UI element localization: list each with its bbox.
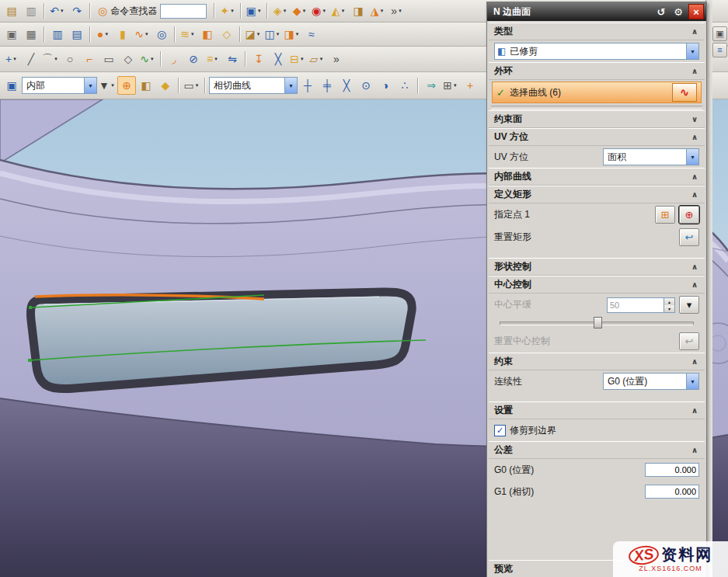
curve-collector-button[interactable]: ∿ [672,83,697,102]
rectangle-icon[interactable]: ▭ [99,50,118,68]
section-uv-orientation-header[interactable]: UV 方位 ∧ [489,128,705,146]
dropdown-arrow-icon[interactable]: ▼ [686,149,698,165]
dropdown-arrow-icon[interactable]: ▾ [190,31,196,37]
profile-icon[interactable]: ⌐ [80,50,99,68]
studio-spline-icon[interactable]: ∿▾ [138,50,157,68]
view-layout-icon[interactable]: ▦ [22,25,40,43]
uv-orientation-dropdown[interactable]: 面积 ▼ [603,148,699,165]
center-flat-input[interactable] [608,298,664,312]
dialog-reset-icon[interactable]: ↺ [654,5,668,19]
more-curves-icon[interactable]: » [327,50,346,68]
role-icon[interactable]: ▣▾ [245,2,263,20]
dropdown-arrow-icon[interactable]: ▾ [301,8,308,14]
arc-icon[interactable]: ⌒▾ [41,50,60,68]
maximize-view-icon[interactable]: ▣ [712,26,727,41]
undo-icon[interactable]: ↶▾ [48,2,67,20]
section-type-header[interactable]: 类型 ∧ [489,23,705,40]
intersection-snap-icon[interactable]: ╳ [337,76,356,95]
curve-rule-dropdown[interactable]: 相切曲线 ▼ [209,77,298,94]
dropdown-arrow-icon[interactable]: ▾ [275,31,281,37]
window-icon[interactable]: ▣ [2,25,21,43]
dropdown-arrow-icon[interactable]: ▾ [149,56,155,62]
dialog-titlebar[interactable]: N 边曲面 ↺ ⚙ × [487,2,706,21]
open-part-icon[interactable]: ▥ [22,2,40,20]
rectangle-select-icon[interactable]: ▭▾ [183,76,201,95]
point-icon[interactable]: +▾ [2,50,21,68]
sphere-icon[interactable]: ●▾ [94,25,113,43]
trim-body-icon[interactable]: ◨▾ [283,25,301,43]
endpoint-snap-icon[interactable]: ┼ [298,76,317,95]
dropdown-arrow-icon[interactable]: ▾ [53,56,59,62]
point-constructor-button[interactable]: ⊕ [679,206,699,224]
offset-curve-icon[interactable]: ≡▾ [204,50,222,68]
extrude-icon[interactable]: ◆▾ [291,2,309,20]
center-snap-icon[interactable]: ⊙ [357,76,375,95]
section-constraint-header[interactable]: 约束 ∧ [489,353,705,370]
new-part-icon[interactable]: ▤ [2,2,21,20]
project-curve-icon[interactable]: ↧ [249,50,268,68]
spinner-up-icon[interactable]: ▴ [664,298,674,305]
chevron-up-icon[interactable]: ∧ [689,190,700,199]
chevron-up-icon[interactable]: ∧ [689,27,700,36]
dialog-close-icon[interactable]: × [688,4,704,19]
through-curves-icon[interactable]: ≋▾ [179,25,197,43]
dropdown-arrow-icon[interactable]: ▾ [318,56,324,62]
dropdown-arrow-icon[interactable]: ▾ [229,8,235,14]
g1-tolerance-input[interactable] [645,485,699,499]
dropdown-arrow-icon[interactable]: ▾ [299,56,305,62]
ruled-surface-icon[interactable]: ◧ [198,25,217,43]
boolean-unite-icon[interactable]: ◉▾ [310,2,329,20]
chevron-up-icon[interactable]: ∧ [689,262,700,271]
selection-scope-dropdown[interactable]: 内部 ▼ [22,77,97,94]
section-constraint-faces-header[interactable]: 约束面 ∨ [489,110,705,128]
mirror-curve-icon[interactable]: ⇋ [223,50,242,68]
edge-blend-icon[interactable]: ◭▾ [329,2,348,20]
dropdown-arrow-icon[interactable]: ▾ [110,82,116,89]
offset-surface-icon[interactable]: ◫▾ [263,25,282,43]
trim-curve-icon[interactable]: ⊘ [184,50,203,68]
dropdown-arrow-icon[interactable]: ▼ [284,78,297,93]
g0-tolerance-input[interactable] [645,463,699,477]
polygon-icon[interactable]: ◇ [119,50,138,68]
point-dialog-button[interactable]: ⊞ [655,206,675,224]
thicken-icon[interactable]: ◪▾ [244,25,263,43]
select-face-icon[interactable]: ◧ [137,76,155,95]
midpoint-snap-icon[interactable]: ╪ [318,76,336,95]
tube-icon[interactable]: ◎ [152,25,171,43]
cylinder-icon[interactable]: ▮ [113,25,132,43]
section-internal-curves-header[interactable]: 内部曲线 ∧ [489,168,705,186]
chevron-up-icon[interactable]: ∧ [689,280,700,289]
chevron-up-icon[interactable]: ∧ [689,172,700,181]
slider-thumb[interactable] [594,317,602,328]
swept-icon[interactable]: ∿▾ [133,25,152,43]
measure-icon[interactable]: ⊞▾ [441,76,460,95]
trim-boundary-checkbox[interactable]: ✓ [494,425,506,436]
dropdown-arrow-icon[interactable]: ▾ [194,82,200,89]
circle-icon[interactable]: ○ [61,50,79,68]
chevron-up-icon[interactable]: ∧ [689,67,700,75]
select-body-icon[interactable]: ◆ [156,76,175,95]
assembly-navigator-icon[interactable]: ▥ [48,25,67,43]
command-finder-button[interactable]: ◎ 命令查找器 [94,3,211,19]
flow-direction-icon[interactable]: ⇒ [422,76,441,95]
center-flat-slider[interactable] [500,317,694,328]
datum-plane-icon[interactable]: ▱▾ [308,50,326,68]
datum-csys-icon[interactable]: ◈▾ [271,2,290,20]
chevron-up-icon[interactable]: ∧ [689,357,700,366]
section-define-rectangle-header[interactable]: 定义矩形 ∧ [489,186,705,203]
existing-point-snap-icon[interactable]: ∴ [395,76,414,95]
touch-mode-icon[interactable]: ✦▾ [218,2,237,20]
dropdown-arrow-icon[interactable]: ▾ [256,31,262,37]
value-list-button[interactable]: ▾ [679,296,699,314]
dropdown-arrow-icon[interactable]: ▾ [340,8,347,14]
part-navigator-icon[interactable]: ▤ [68,25,86,43]
chamfer-icon[interactable]: ◮▾ [368,2,387,20]
chevron-down-icon[interactable]: ∨ [689,115,700,123]
dropdown-arrow-icon[interactable]: ▼ [686,43,698,59]
chevron-up-icon[interactable]: ∧ [689,406,700,415]
dropdown-arrow-icon[interactable]: ▾ [213,56,219,62]
type-dropdown[interactable]: ◧ 已修剪 ▼ [494,43,699,60]
selection-filter-icon[interactable]: ▼▾ [98,76,117,95]
dropdown-arrow-icon[interactable]: ▾ [256,8,263,14]
dropdown-arrow-icon[interactable]: ▾ [282,8,288,14]
